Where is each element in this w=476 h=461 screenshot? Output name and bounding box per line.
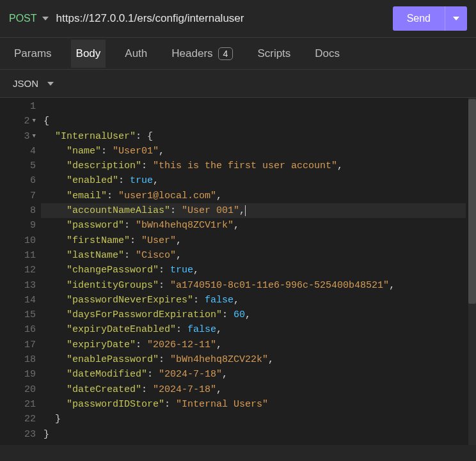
body-type-select[interactable]: JSON [13,78,38,89]
token: "identityGroups" [67,278,159,293]
code-line[interactable]: "enabled": true, [44,173,468,188]
token [44,382,67,397]
token: "firstName" [67,233,130,248]
tab-headers[interactable]: Headers4 [166,40,238,68]
token: , [337,159,343,173]
token: "User 001" [182,203,239,218]
line-number: 4 [0,144,36,159]
token: "passwordNeverExpires" [67,293,193,308]
code-line[interactable]: "InternalUser": { [44,129,468,144]
code-line[interactable]: "enablePassword": "bWn4hehq8ZCV22k", [44,352,468,367]
token: : [141,159,153,173]
token: , [153,173,159,188]
code-line[interactable]: } [44,412,468,426]
tab-body[interactable]: Body [71,40,106,68]
chevron-down-icon [453,17,459,20]
line-number: 5 [0,159,36,173]
tab-params[interactable]: Params [9,40,57,68]
code-line[interactable]: "passwordNeverExpires": false, [44,293,468,308]
line-number: 10 [0,233,36,248]
body-type-bar: JSON [0,70,476,98]
code-line[interactable]: "lastName": "Cisco", [44,248,468,263]
tab-docs[interactable]: Docs [310,40,345,68]
editor-wrap: 12▼3▼4567891011121314151617181920212223 … [0,98,476,445]
token: "name" [67,144,101,159]
token: , [176,248,182,263]
code-line[interactable]: "firstName": "User", [44,233,468,248]
code-line[interactable]: } [44,427,468,442]
code-line[interactable]: "email": "user1@local.com", [44,189,468,203]
code-line[interactable]: "name": "User01", [44,144,468,159]
code-line[interactable]: "changePassword": true, [44,263,468,277]
token: "InternalUser" [55,129,136,144]
send-button-label: Send [393,13,445,24]
tab-auth[interactable]: Auth [120,40,152,68]
token: : [141,382,153,397]
token: } [44,427,49,442]
token: : [107,189,118,203]
token: "accountNameAlias" [67,203,170,218]
fold-icon[interactable]: ▼ [33,129,36,144]
tab-scripts[interactable]: Scripts [252,40,296,68]
token [44,352,67,367]
http-method-select[interactable]: POST [9,13,49,24]
token: , [193,263,199,277]
code-line[interactable]: "dateModified": "2024-7-18", [44,367,468,382]
line-number: 13 [0,278,36,293]
chevron-down-icon [42,17,49,20]
token: : [136,338,147,352]
line-number: 6 [0,173,36,188]
token: , [216,338,222,352]
send-button[interactable]: Send [393,6,467,31]
code-line[interactable]: "identityGroups": "a1740510-8c01-11e6-99… [44,278,468,293]
token: , [234,218,239,233]
code-line[interactable]: { [44,114,468,129]
token: "Internal Users" [176,397,268,412]
token [44,397,67,412]
code-line[interactable] [44,99,468,114]
code-line[interactable]: "passwordIDStore": "Internal Users" [44,397,468,412]
tab-label: Params [14,47,52,60]
code-area[interactable]: { "InternalUser": { "name": "User01", "d… [44,98,468,445]
vertical-scrollbar[interactable] [468,98,476,445]
token [44,203,67,218]
line-number: 2▼ [0,114,36,129]
request-bar: POST Send [0,0,476,38]
code-line[interactable]: "description": "this is the first user a… [44,159,468,173]
token: true [170,263,193,277]
token: , [239,203,245,218]
send-dropdown-button[interactable] [445,17,467,20]
token: "daysForPasswordExpiration" [67,308,222,322]
fold-icon[interactable]: ▼ [33,114,36,129]
line-number: 8 [0,203,36,218]
token: , [245,308,251,322]
token [44,322,67,337]
code-line[interactable]: "expiryDateEnabled": false, [44,322,468,337]
scrollbar-thumb[interactable] [468,99,476,304]
code-line[interactable]: "expiryDate": "2026-12-11", [44,338,468,352]
line-number: 15 [0,308,36,322]
token: } [44,412,61,426]
tab-label: Auth [125,47,147,60]
token [44,218,67,233]
line-number: 9 [0,218,36,233]
token: , [389,278,395,293]
line-number: 23 [0,427,36,442]
url-input[interactable] [56,12,385,25]
token: : [222,308,234,322]
code-line[interactable]: "dateCreated": "2024-7-18", [44,382,468,397]
line-number: 3▼ [0,129,36,144]
code-line[interactable]: "password": "bWn4hehq8ZCV1rk", [44,218,468,233]
token: false [205,293,234,308]
token: "User01" [113,144,159,159]
line-number: 14 [0,293,36,308]
token: "lastName" [67,248,124,263]
code-line[interactable]: "daysForPasswordExpiration": 60, [44,308,468,322]
token: : [159,263,170,277]
token [44,308,67,322]
token: : [101,144,113,159]
token: : [130,233,141,248]
code-editor[interactable]: 12▼3▼4567891011121314151617181920212223 … [0,98,468,445]
code-line[interactable]: "accountNameAlias": "User 001", [41,203,466,218]
token: "expiryDateEnabled" [67,322,176,337]
